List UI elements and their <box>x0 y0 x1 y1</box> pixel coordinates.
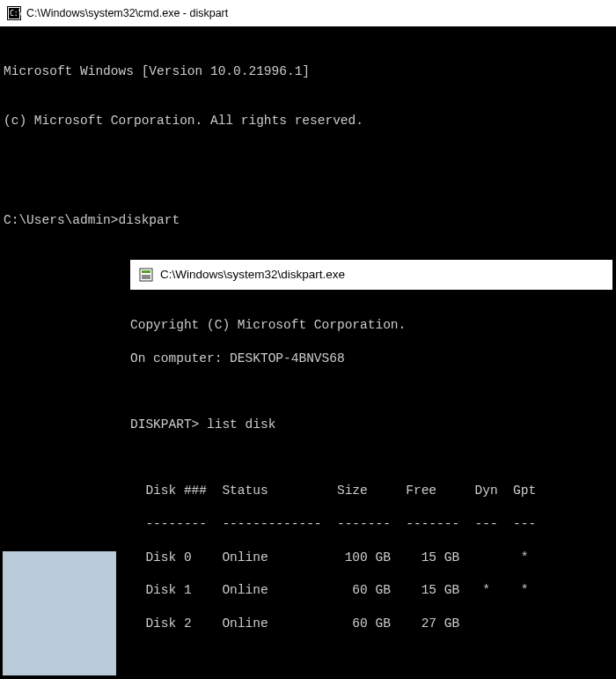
dp-on-computer: On computer: DESKTOP-4BNVS68 <box>130 351 616 367</box>
disk-table-row: Disk 2 Online 60 GB 27 GB <box>130 616 616 632</box>
dp-prompt: DISKPART> <box>130 417 207 432</box>
diskpart-output: Copyright (C) Microsoft Corporation. On … <box>130 300 616 679</box>
inner-titlebar-text: C:\Windows\system32\diskpart.exe <box>160 267 345 283</box>
blank-line <box>4 163 612 180</box>
svg-text:C:\: C:\ <box>10 10 21 18</box>
diskpart-icon <box>139 268 153 282</box>
version-line: Microsoft Windows [Version 10.0.21996.1] <box>4 63 612 80</box>
svg-rect-6 <box>142 275 150 279</box>
disk-table-divider: -------- ------------- ------- ------- -… <box>130 516 616 533</box>
blank-line <box>130 450 616 467</box>
outer-titlebar-text: C:\Windows\system32\cmd.exe - diskpart <box>26 6 228 20</box>
inner-titlebar[interactable]: C:\Windows\system32\diskpart.exe <box>130 260 612 290</box>
disk-table-row: Disk 0 Online 100 GB 15 GB * <box>130 550 616 566</box>
outer-titlebar[interactable]: C:\ C:\Windows\system32\cmd.exe - diskpa… <box>0 0 616 26</box>
cmd-icon: C:\ <box>7 6 21 20</box>
prompt-path: C:\Users\admin> <box>4 213 119 227</box>
dp-prompt-line: DISKPART> list disk <box>130 417 616 433</box>
svg-rect-5 <box>142 270 150 273</box>
dp-command: list disk <box>207 417 275 432</box>
disk-table-header: Disk ### Status Size Free Dyn Gpt <box>130 483 616 499</box>
prompt-command: diskpart <box>119 213 180 227</box>
prompt-line: C:\Users\admin>diskpart <box>4 212 612 229</box>
blank-line <box>130 649 616 666</box>
dp-copyright: Copyright (C) Microsoft Corporation. <box>130 317 616 334</box>
copyright-line: (c) Microsoft Corporation. All rights re… <box>4 113 612 129</box>
disk-table-row: Disk 1 Online 60 GB 15 GB * * <box>130 582 616 599</box>
blank-line <box>130 383 616 400</box>
cmd-output: Microsoft Windows [Version 10.0.21996.1]… <box>0 26 616 246</box>
